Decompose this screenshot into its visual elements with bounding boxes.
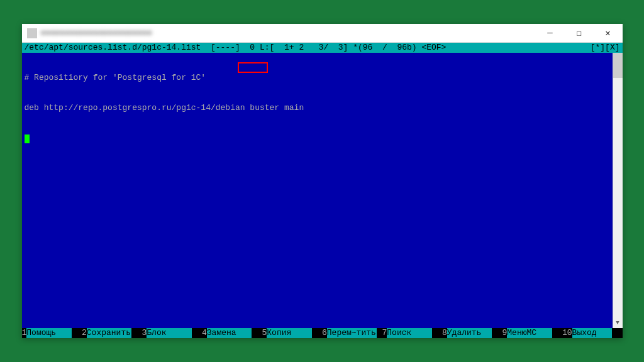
fkey-7-label: Поиск xyxy=(387,328,431,338)
line2-highlighted: buster xyxy=(250,103,279,112)
scroll-thumb[interactable] xyxy=(613,53,623,78)
fkey-4[interactable]: 4Замена xyxy=(202,328,262,338)
close-button[interactable]: ✕ xyxy=(594,24,623,42)
vertical-scrollbar[interactable]: ▲ ▼ xyxy=(613,53,623,328)
editor-area[interactable]: # Repositiory for 'Postgresql for 1C' de… xyxy=(22,53,623,328)
fkey-9-label: МенюMC xyxy=(507,328,552,338)
fkey-3[interactable]: 3Блок xyxy=(142,328,203,338)
fkey-9[interactable]: 9МенюMC xyxy=(502,328,563,338)
fkey-10-label: Выход xyxy=(572,328,612,338)
fkey-9-num: 9 xyxy=(502,328,508,338)
scroll-down-icon[interactable]: ▼ xyxy=(613,318,623,328)
highlight-annotation xyxy=(238,62,268,73)
line2-pre: deb http://repo.postgrespro.ru/pg1c-14/d… xyxy=(25,103,250,112)
title-left: ■■■■■■■■■■■■■■■■■■■■■■■ xyxy=(27,28,152,38)
maximize-button[interactable]: ☐ xyxy=(565,24,594,42)
cursor xyxy=(25,134,30,143)
fkey-2[interactable]: 2Сохранить xyxy=(82,328,142,338)
fkey-2-label: Сохранить xyxy=(87,328,131,338)
fkey-1-num: 1 xyxy=(22,328,27,338)
app-icon xyxy=(27,28,37,38)
window-title: ■■■■■■■■■■■■■■■■■■■■■■■ xyxy=(41,29,152,38)
line2-post: main xyxy=(279,103,304,112)
fkey-3-label: Блок xyxy=(147,328,191,338)
fkey-6-label: Перем~тить xyxy=(327,328,377,338)
editor-line-1: # Repositiory for 'Postgresql for 1C' xyxy=(25,73,620,83)
function-key-bar: 1Помощь 2Сохранить 3Блок 4Замена 5Копия … xyxy=(22,328,623,338)
fkey-8-label: Удалить xyxy=(447,328,492,338)
window-controls: ─ ☐ ✕ xyxy=(536,24,623,42)
fkey-6[interactable]: 6Перем~тить xyxy=(322,328,382,338)
fkey-5-label: Копия xyxy=(267,328,311,338)
fkey-5-num: 5 xyxy=(262,328,267,338)
file-path: /etc/apt/sources.list.d/pg1c-14.list xyxy=(25,43,201,52)
fkey-4-label: Замена xyxy=(207,328,252,338)
file-status: [----] 0 L:[ 1+ 2 3/ 3] *(96 / 96b) <EOF… xyxy=(201,43,446,52)
fkey-10-num: 10 xyxy=(562,328,572,338)
fkey-1-label: Помощь xyxy=(26,328,71,338)
minimize-button[interactable]: ─ xyxy=(536,24,565,42)
app-window: ■■■■■■■■■■■■■■■■■■■■■■■ ─ ☐ ✕ /etc/apt/s… xyxy=(22,24,623,338)
fkey-8[interactable]: 8Удалить xyxy=(442,328,502,338)
fkey-5[interactable]: 5Копия xyxy=(262,328,323,338)
fkey-7-num: 7 xyxy=(382,328,387,338)
fkey-2-num: 2 xyxy=(82,328,87,338)
editor-line-2: deb http://repo.postgrespro.ru/pg1c-14/d… xyxy=(25,103,620,113)
fkey-10[interactable]: 10Выход xyxy=(562,328,623,338)
header-right[interactable]: [*][X] xyxy=(591,43,620,53)
fkey-7[interactable]: 7Поиск xyxy=(382,328,443,338)
terminal: /etc/apt/sources.list.d/pg1c-14.list [--… xyxy=(22,43,623,338)
editor-header: /etc/apt/sources.list.d/pg1c-14.list [--… xyxy=(22,43,623,53)
titlebar: ■■■■■■■■■■■■■■■■■■■■■■■ ─ ☐ ✕ xyxy=(22,24,623,43)
fkey-3-num: 3 xyxy=(142,328,147,338)
fkey-4-num: 4 xyxy=(202,328,207,338)
editor-line-3 xyxy=(25,133,620,143)
fkey-8-num: 8 xyxy=(442,328,447,338)
fkey-1[interactable]: 1Помощь xyxy=(22,328,82,338)
fkey-6-num: 6 xyxy=(322,328,327,338)
